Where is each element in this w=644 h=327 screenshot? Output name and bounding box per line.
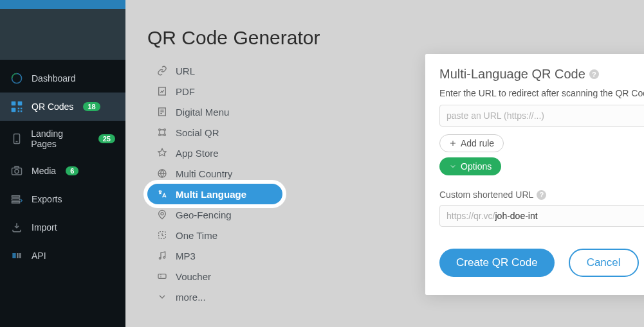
svg-point-26 xyxy=(159,134,161,136)
sidebar-item-qr-codes[interactable]: QR Codes 18 xyxy=(0,93,125,121)
type-item-label: Multi Country xyxy=(176,168,232,179)
type-item-geo-fencing[interactable]: Geo-Fencing xyxy=(147,204,282,225)
svg-point-11 xyxy=(15,170,19,173)
sidebar-item-import[interactable]: Import xyxy=(0,213,125,242)
sidebar-item-label: Landing Pages xyxy=(31,128,89,149)
svg-rect-14 xyxy=(12,199,20,200)
type-item-url[interactable]: URL xyxy=(147,60,282,81)
exports-icon xyxy=(10,193,23,206)
type-item-digital-menu[interactable]: Digital Menu xyxy=(147,102,282,122)
globe-icon xyxy=(156,168,168,179)
rule-buttons-row: Add rule xyxy=(439,134,644,152)
type-item-label: URL xyxy=(176,66,195,76)
chevron-down-icon xyxy=(156,291,168,303)
main-area: QR Code Generator URL PDF Digital Menu S… xyxy=(125,0,644,327)
options-button[interactable]: Options xyxy=(439,157,501,175)
qr-config-panel: Multi-Language QR Code ? Enter the URL t… xyxy=(425,54,644,295)
type-item-app-store[interactable]: App Store xyxy=(147,143,282,163)
media-icon xyxy=(10,164,23,177)
voucher-icon xyxy=(156,270,168,282)
sidebar-item-label: Dashboard xyxy=(32,73,76,84)
svg-point-27 xyxy=(164,134,166,136)
svg-rect-5 xyxy=(21,108,23,110)
link-icon xyxy=(156,65,168,76)
type-item-label: Multi Language xyxy=(176,189,246,200)
sidebar-item-label: API xyxy=(32,251,46,261)
type-item-label: Digital Menu xyxy=(176,107,229,118)
type-item-label: One Time xyxy=(176,230,217,241)
sidebar-item-api[interactable]: API xyxy=(0,242,125,270)
sidebar-item-landing-pages[interactable]: Landing Pages 25 xyxy=(0,121,125,157)
svg-rect-16 xyxy=(12,253,15,258)
sidebar-item-label: Media xyxy=(32,166,56,176)
svg-point-25 xyxy=(164,129,166,131)
plus-icon xyxy=(449,139,457,147)
sidebar-item-label: Exports xyxy=(32,194,62,204)
sidebar: Dashboard QR Codes 18 Landing Pages 25 M… xyxy=(0,0,125,327)
qr-icon xyxy=(10,100,23,113)
type-item-label: App Store xyxy=(176,148,219,159)
type-item-pdf[interactable]: PDF xyxy=(147,81,282,102)
type-item-label: MP3 xyxy=(176,251,196,261)
sidebar-nav: Dashboard QR Codes 18 Landing Pages 25 M… xyxy=(0,60,125,270)
language-icon xyxy=(156,188,168,200)
svg-rect-1 xyxy=(12,102,16,106)
svg-point-29 xyxy=(161,213,163,215)
geofence-icon xyxy=(156,209,168,220)
svg-rect-13 xyxy=(12,196,20,197)
options-row: Options xyxy=(439,157,644,175)
help-icon[interactable]: ? xyxy=(589,69,599,79)
sidebar-badge: 6 xyxy=(66,166,78,175)
page-title: QR Code Generator xyxy=(147,0,644,60)
panel-title-text: Multi-Language QR Code xyxy=(439,67,585,82)
add-rule-button[interactable]: Add rule xyxy=(439,134,504,152)
sidebar-badge: 18 xyxy=(83,102,100,111)
svg-rect-2 xyxy=(18,102,23,106)
type-item-mp3[interactable]: MP3 xyxy=(147,245,282,266)
panel-instruction: Enter the URL to redirect after scanning… xyxy=(439,88,644,98)
redirect-url-input[interactable] xyxy=(439,105,644,127)
api-icon xyxy=(10,249,23,262)
add-rule-label: Add rule xyxy=(461,138,494,148)
sidebar-item-exports[interactable]: Exports xyxy=(0,185,125,213)
svg-rect-33 xyxy=(158,274,166,279)
type-item-label: Social QR xyxy=(176,127,219,138)
help-icon[interactable]: ? xyxy=(537,190,546,200)
qr-type-list: URL PDF Digital Menu Social QR App Store… xyxy=(147,60,282,307)
svg-rect-6 xyxy=(18,110,20,112)
sidebar-item-dashboard[interactable]: Dashboard xyxy=(0,64,125,93)
svg-rect-12 xyxy=(15,166,19,168)
type-item-social-qr[interactable]: Social QR xyxy=(147,122,282,143)
music-icon xyxy=(156,250,168,261)
type-item-multi-language[interactable]: Multi Language xyxy=(147,184,282,204)
type-item-label: Voucher xyxy=(176,271,211,282)
cancel-button[interactable]: Cancel xyxy=(569,249,639,277)
social-icon xyxy=(156,127,168,138)
type-item-voucher[interactable]: Voucher xyxy=(147,266,282,287)
sidebar-badge: 25 xyxy=(98,134,115,143)
landing-icon xyxy=(10,132,23,145)
sidebar-header-spacer xyxy=(0,9,125,60)
create-qr-button[interactable]: Create QR Code xyxy=(439,249,555,277)
svg-rect-15 xyxy=(12,202,20,203)
sidebar-item-label: Import xyxy=(32,222,57,233)
type-item-label: PDF xyxy=(176,86,195,97)
pdf-icon xyxy=(156,85,168,97)
dashboard-icon xyxy=(10,72,23,85)
top-accent-bar xyxy=(0,0,125,9)
svg-point-32 xyxy=(163,256,165,258)
custom-url-input-wrap[interactable]: https://qr.vc/ xyxy=(439,205,644,227)
type-item-one-time[interactable]: One Time xyxy=(147,225,282,245)
type-item-more[interactable]: more... xyxy=(147,287,282,307)
svg-rect-4 xyxy=(18,108,20,110)
type-item-multi-country[interactable]: Multi Country xyxy=(147,163,282,184)
svg-rect-18 xyxy=(19,253,21,258)
custom-url-label: Custom shortened URL ? xyxy=(439,190,644,200)
svg-rect-17 xyxy=(17,253,19,258)
import-icon xyxy=(10,221,23,234)
svg-rect-3 xyxy=(12,108,16,112)
svg-point-31 xyxy=(159,258,161,260)
sidebar-item-media[interactable]: Media 6 xyxy=(0,157,125,185)
url-prefix: https://qr.vc/ xyxy=(440,206,495,226)
custom-url-input[interactable] xyxy=(495,206,644,226)
